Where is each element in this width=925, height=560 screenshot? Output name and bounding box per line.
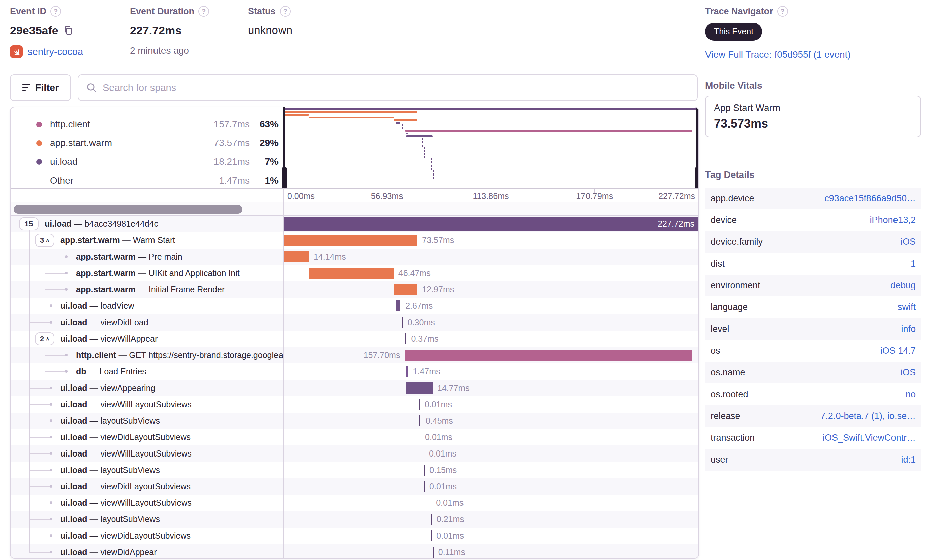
tag-row: user id:1 xyxy=(705,449,921,471)
tree-connector-dot xyxy=(50,436,52,438)
span-duration-bar xyxy=(419,399,420,410)
tag-value-link[interactable]: iOS xyxy=(901,368,916,378)
span-tree-row[interactable]: ui.load — layoutSubViews0.45ms xyxy=(11,413,699,429)
status-label: Status xyxy=(248,6,276,17)
span-row-label: db — Load Entries xyxy=(76,363,146,380)
tag-value-link[interactable]: iOS_Swift.ViewContr… xyxy=(823,433,916,443)
tag-value-link[interactable]: c93ace15f866a9d50… xyxy=(824,193,916,204)
span-tree-row[interactable]: app.start.warm — Initial Frame Render12.… xyxy=(11,281,699,298)
span-row-label-cell: ui.load — layoutSubViews xyxy=(11,413,283,429)
tag-key: release xyxy=(711,411,740,421)
event-duration-label: Event Duration xyxy=(130,6,194,17)
tag-value-link[interactable]: id:1 xyxy=(901,455,916,465)
search-icon xyxy=(86,82,97,93)
filter-button[interactable]: Filter xyxy=(10,74,71,101)
search-input[interactable] xyxy=(102,83,690,93)
span-duration-label: 0.11ms xyxy=(438,544,465,558)
tag-key: os xyxy=(711,346,720,356)
tree-scrollbar-thumb[interactable] xyxy=(14,205,242,214)
tag-value-link[interactable]: iPhone13,2 xyxy=(870,215,916,225)
span-tree-row[interactable]: http.client — GET https://sentry-brand.s… xyxy=(11,347,699,363)
span-tree-row[interactable]: ui.load — viewDidLoad0.30ms xyxy=(11,314,699,330)
view-full-trace-link[interactable]: View Full Trace: f05d955f (1 event) xyxy=(705,49,851,60)
span-tree-row[interactable]: ui.load — layoutSubViews0.21ms xyxy=(11,511,699,527)
span-tree-row[interactable]: 15ui.load — b4ace34981e44d4c227.72ms xyxy=(11,216,699,232)
span-row-label: ui.load — viewDidLayoutSubviews xyxy=(60,478,191,495)
event-id-block: Event ID ? 29e35afe sentry-cocoa xyxy=(10,6,83,58)
tag-value-link[interactable]: iOS 14.7 xyxy=(880,346,916,356)
span-tree-row[interactable]: ui.load — viewWillLayoutSubviews0.01ms xyxy=(11,446,699,462)
span-tree-row[interactable]: ui.load — viewDidAppear0.11ms xyxy=(11,544,699,558)
span-row-bar-cell: 0.01ms xyxy=(283,446,698,462)
tag-value-link[interactable]: no xyxy=(905,389,916,399)
span-tree-row[interactable]: ui.load — viewAppearing14.77ms xyxy=(11,380,699,396)
event-duration-value: 227.72ms xyxy=(130,24,181,37)
span-children-toggle[interactable]: 15 xyxy=(19,218,39,230)
tag-value-link[interactable]: iOS xyxy=(901,237,916,247)
span-duration-label: 12.97ms xyxy=(422,281,454,298)
tag-key: transaction xyxy=(711,433,755,443)
span-tree-row[interactable]: ui.load — viewWillLayoutSubviews0.01ms xyxy=(11,495,699,511)
tag-row: os.name iOS xyxy=(705,362,921,383)
tag-value-link[interactable]: debug xyxy=(890,280,916,291)
span-duration-bar xyxy=(405,350,692,361)
filter-button-label: Filter xyxy=(35,83,59,93)
tag-value-link[interactable]: 7.2.0-beta.7 (1), io.se… xyxy=(820,411,916,421)
help-icon[interactable]: ? xyxy=(777,6,788,17)
copy-icon[interactable] xyxy=(63,26,74,36)
span-tree-row[interactable]: app.start.warm — Pre main14.14ms xyxy=(11,249,699,265)
span-duration-label: 46.47ms xyxy=(398,265,431,281)
span-row-label-cell: app.start.warm — UIKit and Application I… xyxy=(11,265,283,281)
span-row-label: ui.load — viewWillLayoutSubviews xyxy=(60,396,192,413)
tree-connector xyxy=(45,273,65,274)
legend-op-percent: 63% xyxy=(260,119,279,130)
project-link[interactable]: sentry-cocoa xyxy=(27,46,83,57)
span-tree-row[interactable]: ui.load — layoutSubViews0.15ms xyxy=(11,462,699,478)
span-tree-row[interactable]: ui.load — loadView2.67ms xyxy=(11,298,699,314)
event-duration-block: Event Duration ? 227.72ms 2 minutes ago xyxy=(130,6,209,56)
span-children-toggle[interactable]: 3∧ xyxy=(35,234,54,247)
span-duration-bar xyxy=(402,317,402,328)
tag-key: app.device xyxy=(711,193,755,204)
span-row-label-cell: 15ui.load — b4ace34981e44d4c xyxy=(11,216,283,232)
minimap-span-bar xyxy=(396,122,401,123)
span-tree-row[interactable]: ui.load — viewDidLayoutSubviews0.01ms xyxy=(11,527,699,544)
tag-key: os.name xyxy=(711,368,745,378)
span-tree-row[interactable]: ui.load — viewDidLayoutSubviews0.01ms xyxy=(11,429,699,446)
help-icon[interactable]: ? xyxy=(280,6,291,17)
tree-connector-dot xyxy=(50,403,52,405)
minimap-span-bar xyxy=(405,130,692,132)
span-duration-label: 227.72ms xyxy=(658,217,695,231)
status-dash: – xyxy=(248,45,253,56)
tag-value-link[interactable]: info xyxy=(901,324,916,334)
legend-op-duration: 157.7ms xyxy=(214,119,250,130)
span-row-bar-cell: 2.67ms xyxy=(283,298,698,314)
tree-connector xyxy=(29,388,50,389)
span-tree-row[interactable]: 3∧app.start.warm — Warm Start73.57ms xyxy=(11,232,699,249)
span-tree-row[interactable]: ui.load — viewDidLayoutSubviews0.01ms xyxy=(11,478,699,495)
span-tree-row[interactable]: db — Load Entries1.47ms xyxy=(11,363,699,380)
span-row-label-cell: ui.load — viewAppearing xyxy=(11,380,283,396)
span-row-bar-cell: 1.47ms xyxy=(283,363,698,380)
span-tree-row[interactable]: 2∧ui.load — viewWillAppear0.37ms xyxy=(11,330,699,347)
tree-connector xyxy=(29,437,50,438)
tag-row: language swift xyxy=(705,296,921,318)
tag-value-link[interactable]: swift xyxy=(898,302,916,312)
tree-connector xyxy=(29,306,50,306)
span-row-label-cell: ui.load — viewDidLayoutSubviews xyxy=(11,527,283,544)
span-row-label: app.start.warm — UIKit and Application I… xyxy=(76,265,240,281)
trace-minimap[interactable] xyxy=(283,107,698,188)
tag-value-link[interactable]: 1 xyxy=(911,258,916,269)
tree-connector xyxy=(29,536,50,536)
tag-row: environment debug xyxy=(705,275,921,296)
span-tree-row[interactable]: ui.load — viewWillLayoutSubviews0.01ms xyxy=(11,396,699,413)
span-row-bar-cell: 0.01ms xyxy=(283,527,698,544)
help-icon[interactable]: ? xyxy=(199,6,209,17)
tree-connector-dot xyxy=(50,551,52,553)
span-children-toggle[interactable]: 2∧ xyxy=(35,332,54,345)
minimap-dashed-connector xyxy=(433,170,434,179)
minimap-handle-left[interactable] xyxy=(283,107,285,188)
minimap-handle-right[interactable] xyxy=(696,107,698,188)
help-icon[interactable]: ? xyxy=(50,6,61,17)
span-tree-row[interactable]: app.start.warm — UIKit and Application I… xyxy=(11,265,699,281)
